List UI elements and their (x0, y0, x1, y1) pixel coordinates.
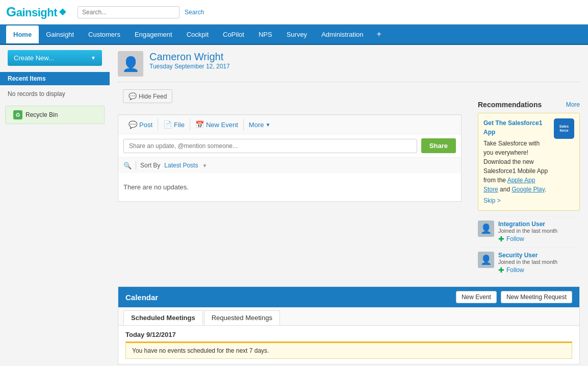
salesforce-logo-text: Salesforce (559, 125, 569, 133)
content-area: 👤 Cameron Wright Tuesday September 12, 2… (110, 45, 588, 366)
rec-avatar-integration: 👤 (478, 221, 494, 237)
more-chevron-icon: ▼ (265, 122, 270, 128)
profile-name: Cameron Wright (149, 51, 230, 63)
feed-main: 💬 Hide Feed 💬 Post 📄 File (118, 82, 462, 202)
recycle-bin-item[interactable]: ♻ Recycle Bin (5, 106, 105, 124)
profile-date: Tuesday September 12, 2017 (149, 63, 230, 70)
nav-plus-button[interactable]: + (371, 25, 388, 44)
nav-item-nps[interactable]: NPS (251, 26, 279, 43)
share-button[interactable]: Share (421, 138, 456, 153)
main-layout: Create New... ▼ Recent Items No records … (0, 45, 588, 366)
tab-scheduled-meetings[interactable]: Scheduled Meetings (123, 310, 203, 325)
file-icon: 📄 (163, 120, 172, 129)
rec-user-security: 👤 Security User Joined in the last month… (478, 247, 580, 278)
logo: Gainsight ◆ (6, 4, 66, 20)
rec-user-info-security: Security User Joined in the last month ✚… (498, 252, 557, 274)
nav-item-cockpit[interactable]: Cockpit (180, 26, 216, 43)
recycle-bin-icon: ♻ (13, 110, 22, 119)
calendar-header: Calendar New Event New Meeting Request (118, 287, 579, 307)
nav-bar: Home Gainsight Customers Engagement Cock… (0, 25, 588, 45)
event-icon: 📅 (195, 120, 204, 129)
salesforce-banner: Get The Salesforce1 App Take Salesforce … (478, 113, 580, 211)
integration-user-name[interactable]: Integration User (498, 221, 557, 228)
recommendations-panel: Recommendations More Get The Salesforce1… (478, 101, 580, 278)
sort-divider (136, 161, 136, 170)
file-button[interactable]: 📄 File (158, 118, 190, 131)
calendar-body: Today 9/12/2017 You have no events sched… (118, 326, 579, 364)
share-input[interactable] (123, 139, 417, 153)
follow-security-button[interactable]: ✚ Follow (498, 266, 557, 274)
user-avatar-icon-2: 👤 (480, 254, 492, 265)
calendar-no-events: You have no events scheduled for the nex… (125, 341, 572, 359)
nav-item-survey[interactable]: Survey (279, 26, 314, 43)
search-input[interactable] (78, 6, 180, 18)
no-records-text: No records to display (0, 87, 110, 101)
recommendations-header: Recommendations More (478, 101, 580, 109)
rec-user-integration: 👤 Integration User Joined in the last mo… (478, 216, 580, 247)
security-user-name[interactable]: Security User (498, 252, 557, 259)
share-bar: Share (118, 134, 461, 157)
profile-section: 👤 Cameron Wright Tuesday September 12, 2… (118, 51, 580, 82)
calendar-actions: New Event New Meeting Request (456, 291, 572, 303)
post-icon: 💬 (129, 120, 137, 129)
sort-chevron-icon: ▼ (202, 163, 207, 168)
recent-items-header: Recent Items (0, 72, 110, 85)
rec-avatar-security: 👤 (478, 252, 494, 268)
search-bar: Search (78, 6, 207, 18)
security-user-sub: Joined in the last month (498, 259, 557, 265)
nav-item-copilot[interactable]: CoPilot (216, 26, 251, 43)
calendar-section: Calendar New Event New Meeting Request S… (118, 286, 580, 364)
user-avatar-icon: 👤 (480, 223, 492, 234)
create-new-button[interactable]: Create New... ▼ (8, 50, 102, 66)
create-new-chevron-icon: ▼ (91, 55, 96, 61)
integration-user-sub: Joined in the last month (498, 228, 557, 234)
recommendations-title: Recommendations (478, 101, 542, 109)
profile-info: Cameron Wright Tuesday September 12, 201… (149, 51, 230, 70)
feed-recommendations-wrapper: 💬 Hide Feed 💬 Post 📄 File (118, 82, 580, 278)
nav-item-home[interactable]: Home (6, 26, 39, 43)
hide-feed-button[interactable]: 💬 Hide Feed (123, 89, 172, 103)
sf-google-play-link[interactable]: Google Play (512, 186, 544, 193)
more-button[interactable]: More ▼ (244, 119, 276, 131)
user-icon: 👤 (122, 56, 140, 72)
recommendations-more-button[interactable]: More (566, 101, 580, 108)
sort-label: Sort By (140, 162, 160, 169)
feed-icon: 💬 (129, 92, 137, 100)
new-event-cal-button[interactable]: New Event (456, 291, 497, 303)
sort-bar: 🔍 Sort By Latest Posts ▼ (118, 157, 461, 173)
rec-user-info-integration: Integration User Joined in the last mont… (498, 221, 557, 243)
calendar-title: Calendar (125, 293, 158, 302)
new-event-button[interactable]: 📅 New Event (190, 118, 244, 131)
sf-banner-content: Get The Salesforce1 App Take Salesforce … (483, 118, 550, 205)
post-toolbar: 💬 Post 📄 File 📅 New Event More (118, 115, 461, 134)
new-meeting-request-button[interactable]: New Meeting Request (501, 291, 572, 303)
logo-text: Gainsight (6, 4, 57, 20)
feed-section: 💬 Post 📄 File 📅 New Event More (118, 114, 462, 202)
calendar-tabs: Scheduled Meetings Requested Meetings (118, 307, 579, 326)
sf-banner-and: and (500, 186, 512, 193)
search-button[interactable]: Search (182, 7, 207, 18)
sort-search-icon: 🔍 (123, 162, 132, 169)
sort-value-button[interactable]: Latest Posts (164, 162, 198, 169)
avatar: 👤 (118, 51, 143, 77)
nav-item-administration[interactable]: Administration (314, 26, 370, 43)
follow-integration-button[interactable]: ✚ Follow (498, 235, 557, 243)
sidebar: Create New... ▼ Recent Items No records … (0, 45, 110, 366)
recycle-bin-label: Recycle Bin (25, 111, 58, 118)
sf-skip-link[interactable]: Skip > (483, 196, 501, 205)
sf-banner-title: Get The Salesforce1 App (483, 118, 550, 137)
tab-requested-meetings[interactable]: Requested Meetings (204, 310, 280, 325)
calendar-today-label: Today 9/12/2017 (125, 331, 572, 338)
nav-item-gainsight[interactable]: Gainsight (39, 26, 81, 43)
salesforce-logo: Salesforce (554, 118, 574, 139)
no-updates-text: There are no updates. (118, 173, 461, 201)
post-button[interactable]: 💬 Post (123, 118, 158, 131)
follow-plus-icon-2: ✚ (498, 266, 504, 274)
follow-plus-icon: ✚ (498, 235, 504, 243)
nav-item-customers[interactable]: Customers (81, 26, 127, 43)
top-bar: Gainsight ◆ Search (0, 0, 588, 25)
nav-item-engagement[interactable]: Engagement (127, 26, 180, 43)
